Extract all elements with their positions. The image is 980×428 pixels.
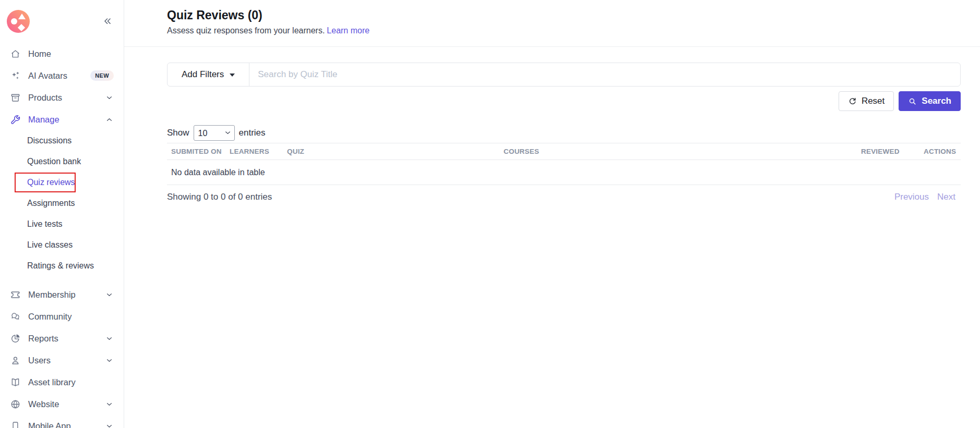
sidebar-item-label: Reports xyxy=(28,334,105,344)
table-header-row: SUBMITED ON LEARNERS QUIZ COURSES REVIEW… xyxy=(167,143,961,160)
sidebar-subitem-ratings-reviews[interactable]: Ratings & reviews xyxy=(0,255,124,276)
sidebar-item-reports[interactable]: Reports xyxy=(0,327,124,349)
chevron-down-icon xyxy=(105,334,114,343)
column-header-actions[interactable]: ACTIONS xyxy=(919,148,961,155)
sidebar-subitem-label: Question bank xyxy=(27,157,81,166)
sidebar-nav: Home AI Avatars NEW Products xyxy=(0,43,124,428)
tools-icon xyxy=(10,114,21,125)
sidebar-item-label: AI Avatars xyxy=(28,71,90,81)
sidebar-item-membership[interactable]: Membership xyxy=(0,284,124,305)
chevron-down-icon xyxy=(105,400,114,409)
table-footer: Showing 0 to 0 of 0 entries Previous Nex… xyxy=(167,192,961,202)
sidebar-item-label: Products xyxy=(28,93,105,103)
sidebar-item-community[interactable]: Community xyxy=(0,305,124,327)
double-chevron-left-icon xyxy=(102,20,113,29)
learn-more-link[interactable]: Learn more xyxy=(327,26,369,35)
open-book-icon xyxy=(10,377,21,388)
sidebar-item-home[interactable]: Home xyxy=(0,43,124,65)
new-badge: NEW xyxy=(90,70,114,81)
logo-circle-shape xyxy=(11,18,17,25)
chevron-down-icon xyxy=(105,422,114,428)
caret-down-icon xyxy=(230,74,235,77)
logo-triangle-shape xyxy=(18,14,26,19)
column-header-submitted-on[interactable]: SUBMITED ON xyxy=(167,148,225,155)
sidebar-subitem-discussions[interactable]: Discussions xyxy=(0,130,124,151)
search-label: Search xyxy=(922,96,951,106)
page-title: Quiz Reviews (0) xyxy=(167,8,980,22)
sidebar-item-ai-avatars[interactable]: AI Avatars NEW xyxy=(0,65,124,87)
sidebar-item-label: Website xyxy=(28,399,105,409)
user-icon xyxy=(10,355,21,366)
column-header-quiz[interactable]: QUIZ xyxy=(283,148,499,155)
chevron-down-icon xyxy=(105,93,114,102)
sidebar-item-website[interactable]: Website xyxy=(0,393,124,415)
sidebar-subitem-label: Quiz reviews xyxy=(27,178,75,187)
ticket-icon xyxy=(10,289,21,300)
page-size-row: Show 10 entries xyxy=(167,125,961,141)
subtitle-text: Assess quiz responses from your learners… xyxy=(167,26,325,35)
smartphone-icon xyxy=(10,421,21,428)
sidebar-item-users[interactable]: Users xyxy=(0,349,124,371)
table-empty-state: No data available in table xyxy=(167,160,961,185)
sidebar-subitem-label: Discussions xyxy=(27,136,71,145)
search-button[interactable]: Search xyxy=(899,91,961,111)
sidebar-subitem-assignments[interactable]: Assignments xyxy=(0,193,124,214)
sidebar-item-mobile-app[interactable]: Mobile App xyxy=(0,415,124,428)
chevron-down-icon xyxy=(105,290,114,299)
sparkles-icon xyxy=(10,70,21,81)
sidebar-subitem-label: Live tests xyxy=(27,219,63,229)
page-subtitle: Assess quiz responses from your learners… xyxy=(167,26,980,35)
reset-label: Reset xyxy=(862,96,885,106)
previous-page-link[interactable]: Previous xyxy=(894,192,929,202)
sidebar-item-label: Membership xyxy=(28,290,105,300)
sidebar-item-label: Mobile App xyxy=(28,421,105,428)
sidebar-subitem-question-bank[interactable]: Question bank xyxy=(0,151,124,172)
logo-diamond-shape xyxy=(18,24,25,31)
page-size-select[interactable]: 10 xyxy=(194,125,235,141)
next-page-link[interactable]: Next xyxy=(937,192,955,202)
reset-button[interactable]: Reset xyxy=(839,91,894,111)
column-header-courses[interactable]: COURSES xyxy=(499,148,857,155)
sidebar-collapse-button[interactable] xyxy=(102,16,113,27)
filter-bar: Add Filters xyxy=(167,63,961,87)
sidebar-item-label: Home xyxy=(28,49,114,59)
sidebar-item-asset-library[interactable]: Asset library xyxy=(0,371,124,393)
pagination: Previous Next xyxy=(894,192,961,202)
page-size-select-wrap: 10 xyxy=(194,125,235,141)
column-header-reviewed[interactable]: REVIEWED xyxy=(857,148,919,155)
page-header: Quiz Reviews (0) Assess quiz responses f… xyxy=(124,0,980,47)
globe-icon xyxy=(10,399,21,410)
app-window: Home AI Avatars NEW Products xyxy=(0,0,980,428)
entries-label: entries xyxy=(239,128,266,138)
sidebar-subitem-label: Assignments xyxy=(27,199,75,208)
search-icon xyxy=(908,97,917,106)
quiz-title-search-input[interactable] xyxy=(249,63,960,86)
page-body: Add Filters Reset Search xyxy=(124,47,980,202)
sidebar-subitem-label: Ratings & reviews xyxy=(27,261,94,271)
show-label: Show xyxy=(167,128,189,138)
sidebar-item-label: Users xyxy=(28,356,105,365)
sidebar-subitem-quiz-reviews[interactable]: Quiz reviews xyxy=(0,172,124,193)
quiz-reviews-table: SUBMITED ON LEARNERS QUIZ COURSES REVIEW… xyxy=(167,143,961,185)
brand-logo[interactable] xyxy=(7,10,30,33)
add-filters-dropdown[interactable]: Add Filters xyxy=(168,63,249,86)
sidebar-subitem-live-classes[interactable]: Live classes xyxy=(0,235,124,255)
sidebar-subitem-live-tests[interactable]: Live tests xyxy=(0,214,124,235)
sidebar-item-label: Manage xyxy=(28,115,105,125)
chevron-down-icon xyxy=(105,356,114,365)
refresh-icon xyxy=(848,97,857,106)
column-header-learners[interactable]: LEARNERS xyxy=(225,148,283,155)
products-box-icon xyxy=(10,92,21,103)
entries-summary: Showing 0 to 0 of 0 entries xyxy=(167,192,272,202)
sidebar-item-label: Community xyxy=(28,312,114,322)
main-content: Quiz Reviews (0) Assess quiz responses f… xyxy=(124,0,980,428)
home-icon xyxy=(10,48,21,59)
sidebar-item-manage[interactable]: Manage xyxy=(0,108,124,130)
chevron-up-icon xyxy=(105,115,114,124)
sidebar: Home AI Avatars NEW Products xyxy=(0,0,124,428)
nav-spacer xyxy=(0,276,124,284)
sidebar-item-products[interactable]: Products xyxy=(0,87,124,108)
sidebar-item-label: Asset library xyxy=(28,377,114,387)
chat-bubbles-icon xyxy=(10,311,21,322)
pie-chart-icon xyxy=(10,333,21,344)
